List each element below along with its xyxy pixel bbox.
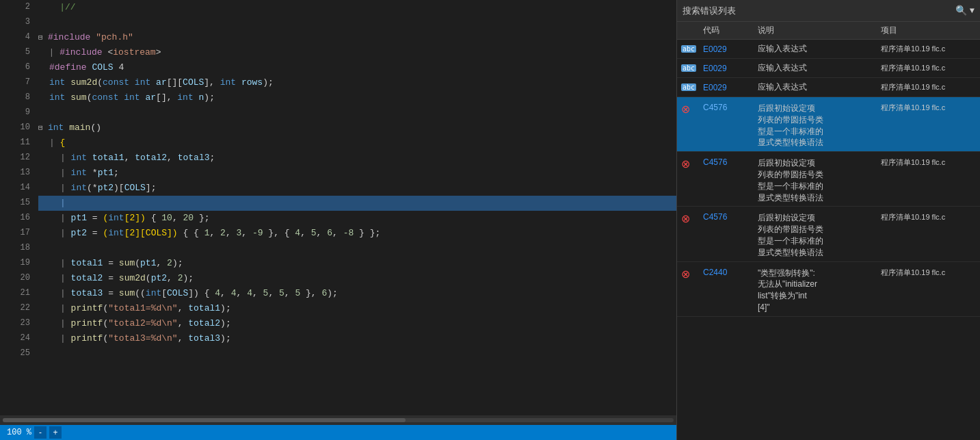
error-row-6-icon: ⊗ — [677, 209, 699, 227]
error-row-1-desc: 应输入表达式 — [754, 42, 877, 56]
line-num-2: 2 — [14, 0, 30, 15]
line-num-23: 23 — [14, 316, 30, 331]
code-line-19: | total1 = sum(pt1, 2); — [38, 256, 676, 271]
error-row-5[interactable]: ⊗ C4576 后跟初始设定项 列表的带圆括号类 型是一个非标准的 显式类型转换… — [677, 152, 980, 207]
line-num-17: 17 — [14, 226, 30, 241]
error-row-7-icon: ⊗ — [677, 265, 699, 282]
code-line-4: ⊟#include "pch.h" — [38, 30, 676, 45]
error-code-link-3[interactable]: E0029 — [703, 83, 727, 92]
error-description-1: 应输入表达式 — [758, 43, 807, 55]
error-row-6-project: 程序清单10.19 flc.c — [877, 209, 980, 224]
line-num-15: 15 — [14, 196, 30, 211]
warning-abc-icon: abc — [681, 45, 696, 53]
line-num-11: 11 — [14, 135, 30, 151]
line-num-8: 8 — [14, 90, 30, 105]
error-project-6: 程序清单10.19 flc.c — [881, 212, 945, 222]
main-container: 2 3 4 5 6 7 8 9 10 11 12 13 14 15 16 17 … — [0, 0, 980, 440]
error-description-5a: 后跟初始设定项 — [758, 157, 815, 169]
line-num-3: 3 — [14, 15, 30, 30]
error-description-5c: 型是一个非标准的 — [758, 181, 823, 192]
error-circle-icon-4: ⊗ — [681, 103, 690, 116]
error-row-1-code: E0029 — [699, 43, 754, 55]
error-code-link-7[interactable]: C2440 — [703, 268, 727, 277]
code-line-14: | int(*pt2)[COLS]; — [38, 181, 676, 196]
error-description-4: 后跟初始设定项 — [758, 103, 815, 114]
code-lines[interactable]: |// ⊟#include "pch.h" | #include <iostre… — [36, 0, 676, 415]
code-line-3 — [38, 15, 676, 30]
error-row-2[interactable]: abc E0029 应输入表达式 程序清单10.19 flc.c — [677, 59, 980, 78]
zoom-controls[interactable]: 100 % - + — [7, 426, 62, 439]
error-row-1-project: 程序清单10.19 flc.c — [877, 42, 980, 55]
code-line-17: | pt2 = (int[2][COLS]) { { 1, 2, 3, -9 }… — [38, 226, 676, 241]
code-line-13: | int *pt1; — [38, 166, 676, 181]
error-code-link-2[interactable]: E0029 — [703, 64, 727, 73]
error-row-6[interactable]: ⊗ C4576 后跟初始设定项 列表的带圆括号类 型是一个非标准的 显式类型转换… — [677, 207, 980, 261]
error-row-4-icon: ⊗ — [677, 100, 699, 117]
line-num-19: 19 — [14, 256, 30, 271]
error-panel: 搜索错误列表 🔍 ▼ 代码 说明 项目 abc E0029 — [677, 0, 980, 440]
error-row-3[interactable]: abc E0029 应输入表达式 程序清单10.19 flc.c — [677, 78, 980, 97]
error-circle-icon-5: ⊗ — [681, 157, 690, 170]
error-description-7b: 无法从"initializer — [758, 279, 817, 290]
search-icon[interactable]: 🔍 — [955, 5, 967, 16]
error-row-3-project: 程序清单10.19 flc.c — [877, 81, 980, 94]
code-line-5: | #include <iostream> — [38, 45, 676, 60]
error-table[interactable]: abc E0029 应输入表达式 程序清单10.19 flc.c abc E — [677, 40, 980, 440]
error-row-5-desc: 后跟初始设定项 列表的带圆括号类 型是一个非标准的 显式类型转换语法 — [754, 155, 877, 206]
error-description-6c: 型是一个非标准的 — [758, 235, 823, 247]
error-row-4[interactable]: ⊗ C4576 后跟初始设定项 列表的带圆括号类 型是一个非标准的 显式类型转换… — [677, 97, 980, 152]
error-row-2-code: E0029 — [699, 62, 754, 75]
code-line-12: | int total1, total2, total3; — [38, 151, 676, 166]
error-project-5: 程序清单10.19 flc.c — [881, 157, 945, 168]
line-num-25: 25 — [14, 346, 30, 361]
line-num-22: 22 — [14, 301, 30, 316]
line-num-14: 14 — [14, 181, 30, 196]
code-line-16: | pt1 = (int[2]) { 10, 20 }; — [38, 211, 676, 226]
error-row-2-project: 程序清单10.19 flc.c — [877, 62, 980, 75]
error-row-7-desc: "类型强制转换": 无法从"initializer list"转换为"int [… — [754, 265, 877, 316]
code-area[interactable]: 2 3 4 5 6 7 8 9 10 11 12 13 14 15 16 17 … — [0, 0, 676, 415]
zoom-out-button[interactable]: - — [34, 426, 47, 439]
code-line-24: | printf("total3=%d\n", total3); — [38, 331, 676, 346]
error-description-6a: 后跟初始设定项 — [758, 212, 815, 224]
line-num-10: 10 — [14, 120, 30, 135]
warning-abc-icon-2: abc — [681, 64, 696, 72]
zoom-in-button[interactable]: + — [49, 426, 62, 439]
error-table-header: 代码 说明 项目 — [677, 22, 980, 40]
error-row-2-desc: 应输入表达式 — [754, 61, 877, 75]
left-gutter — [0, 0, 8, 415]
error-row-6-desc: 后跟初始设定项 列表的带圆括号类 型是一个非标准的 显式类型转换语法 — [754, 209, 877, 261]
line-num-9: 9 — [14, 105, 30, 120]
error-row-4-code: C4576 — [699, 100, 754, 114]
error-row-5-icon: ⊗ — [677, 155, 699, 172]
line-num-24: 24 — [14, 331, 30, 346]
line-num-18: 18 — [14, 241, 30, 256]
error-description-5d: 显式类型转换语法 — [758, 192, 823, 204]
error-code-link-1[interactable]: E0029 — [703, 44, 727, 54]
code-line-21: | total3 = sum((int[COLS]) { 4, 4, 4, 5,… — [38, 286, 676, 301]
error-circle-icon-6: ⊗ — [681, 212, 690, 225]
line-num-21: 21 — [14, 286, 30, 301]
error-row-7[interactable]: ⊗ C2440 "类型强制转换": 无法从"initializer list"转… — [677, 262, 980, 317]
error-code-link-4[interactable]: C4576 — [703, 103, 727, 112]
error-search-area[interactable]: 🔍 ▼ — [955, 5, 975, 16]
horizontal-scrollbar[interactable] — [0, 415, 676, 425]
error-row-1[interactable]: abc E0029 应输入表达式 程序清单10.19 flc.c — [677, 40, 980, 59]
line-num-13: 13 — [14, 166, 30, 181]
dropdown-arrow[interactable]: ▼ — [970, 6, 975, 16]
code-editor-panel: 2 3 4 5 6 7 8 9 10 11 12 13 14 15 16 17 … — [0, 0, 677, 440]
error-row-7-code: C2440 — [699, 265, 754, 279]
error-code-link-6[interactable]: C4576 — [703, 212, 727, 222]
error-row-3-code: E0029 — [699, 81, 754, 94]
error-description-6b: 列表的带圆括号类 — [758, 224, 823, 235]
error-code-link-5[interactable]: C4576 — [703, 157, 727, 167]
line-num-20: 20 — [14, 271, 30, 286]
line-num-12: 12 — [14, 151, 30, 166]
code-line-25 — [38, 346, 676, 361]
error-project-1: 程序清单10.19 flc.c — [881, 44, 945, 54]
warning-abc-icon-3: abc — [681, 83, 696, 91]
code-line-22: | printf("total1=%d\n", total1); — [38, 301, 676, 316]
error-description-7c: list"转换为"int — [758, 290, 807, 302]
code-line-20: | total2 = sum2d(pt2, 2); — [38, 271, 676, 286]
code-line-9 — [38, 105, 676, 120]
